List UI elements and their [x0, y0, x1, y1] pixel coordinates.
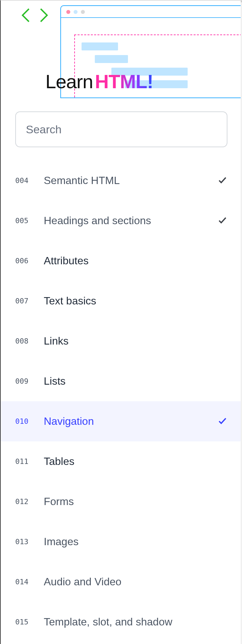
forward-icon[interactable] [38, 8, 49, 24]
scrollbar-track[interactable] [241, 1, 242, 644]
check-icon [217, 175, 227, 186]
toc-item-number: 009 [15, 377, 44, 385]
search-input[interactable] [15, 111, 227, 147]
check-icon [217, 416, 227, 427]
page-title-accent: HTML! [95, 70, 153, 93]
toc-item-number: 006 [15, 257, 44, 265]
history-nav [21, 8, 49, 24]
toc-item-label: Semantic HTML [44, 174, 217, 187]
toc-item[interactable]: 015Template, slot, and shadow [1, 602, 242, 642]
toc-item-number: 011 [15, 457, 44, 466]
toc-item-number: 010 [15, 417, 44, 425]
toc-item[interactable]: 006Attributes [1, 241, 242, 281]
toc-item-label: Lists [44, 375, 227, 387]
toc-item-number: 007 [15, 297, 44, 305]
toc-item[interactable]: 009Lists [1, 361, 242, 401]
toc-item-number: 008 [15, 337, 44, 345]
toc-item-label: Tables [44, 455, 227, 468]
toc-item-label: Headings and sections [44, 215, 217, 227]
toc-item-label: Attributes [44, 255, 227, 267]
toc-item-number: 014 [15, 578, 44, 586]
window-dots-icon [66, 10, 85, 14]
page-title: Learn HTML! [45, 70, 153, 93]
toc-item-label: Forms [44, 495, 227, 508]
toc-item-number: 012 [15, 497, 44, 506]
toc-item-number: 015 [15, 618, 44, 626]
toc-item[interactable]: 013Images [1, 522, 242, 562]
toc-item-number: 004 [15, 176, 44, 185]
toc-item[interactable]: 008Links [1, 321, 242, 361]
toc-item-number: 013 [15, 538, 44, 546]
toc-item[interactable]: 016HTML APIs [1, 642, 242, 644]
toc-item[interactable]: 011Tables [1, 441, 242, 482]
toc-item[interactable]: 010Navigation [1, 401, 242, 441]
page-title-plain: Learn [45, 70, 93, 93]
toc-item-label: Text basics [44, 295, 227, 307]
toc-item-label: Navigation [44, 415, 217, 427]
toc-item-number: 005 [15, 217, 44, 225]
toc-item[interactable]: 007Text basics [1, 281, 242, 321]
toc-item[interactable]: 014Audio and Video [1, 562, 242, 602]
toc-item[interactable]: 004Semantic HTML [1, 161, 242, 201]
back-icon[interactable] [21, 8, 32, 24]
toc-item[interactable]: 005Headings and sections [1, 201, 242, 241]
toc-item-label: Audio and Video [44, 576, 227, 588]
toc-item-label: Images [44, 536, 227, 548]
toc-item[interactable]: 012Forms [1, 482, 242, 522]
table-of-contents: 004Semantic HTML005Headings and sections… [1, 161, 242, 644]
toc-item-label: Links [44, 335, 227, 347]
check-icon [217, 215, 227, 226]
toc-item-label: Template, slot, and shadow [44, 616, 227, 628]
hero-banner: Learn HTML! [1, 1, 242, 97]
